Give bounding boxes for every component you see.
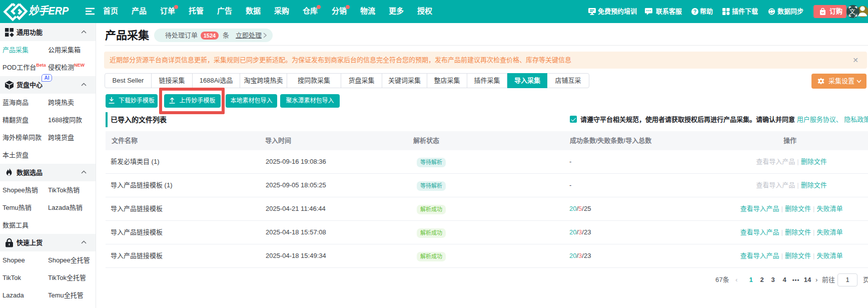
svg-text:?: ? <box>693 9 696 15</box>
